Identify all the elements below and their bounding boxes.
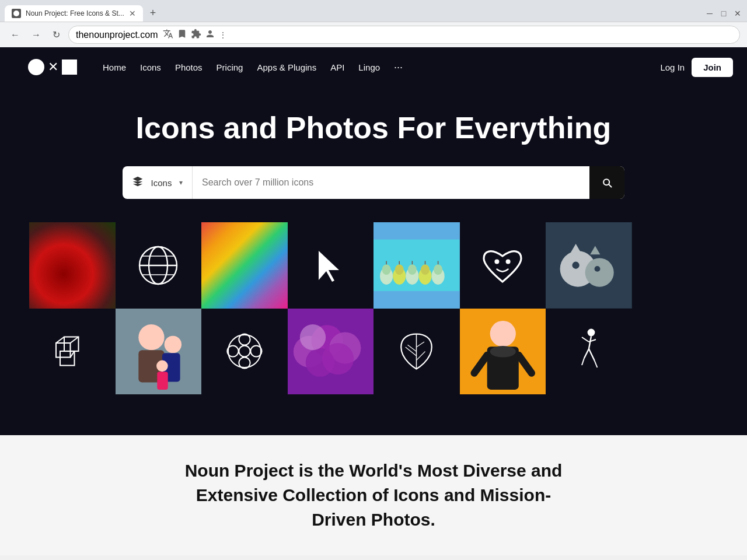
mosaic-cell-cherries	[29, 222, 116, 309]
svg-point-44	[228, 335, 261, 368]
svg-point-14	[408, 264, 417, 275]
mosaic-cell-3d-blocks	[29, 309, 116, 395]
svg-line-36	[70, 351, 74, 358]
search-type-label: Icons	[148, 178, 174, 188]
tab-close-button[interactable]: ✕	[129, 9, 136, 18]
cats-image	[546, 222, 632, 309]
logo-circle	[28, 59, 44, 75]
pears-image	[374, 222, 460, 309]
forward-button[interactable]: →	[28, 27, 44, 43]
maximize-button[interactable]: □	[719, 9, 728, 18]
back-button[interactable]: ←	[7, 27, 23, 43]
tab-title: Noun Project: Free Icons & St...	[26, 9, 124, 18]
svg-point-30	[595, 266, 601, 272]
cursor-icon	[316, 248, 345, 283]
svg-point-8	[382, 264, 391, 275]
nav-more-button[interactable]: ···	[394, 61, 403, 74]
translate-icon[interactable]	[163, 29, 173, 41]
login-button[interactable]: Log In	[660, 62, 685, 72]
nav-icons[interactable]: Icons	[140, 62, 161, 72]
nav-pricing[interactable]: Pricing	[217, 62, 243, 72]
nav-home[interactable]: Home	[103, 62, 126, 72]
globe-icon	[135, 242, 181, 289]
flowers-image	[288, 309, 374, 395]
mosaic-cell-family	[116, 309, 202, 395]
svg-point-56	[299, 324, 325, 350]
new-tab-button[interactable]: +	[145, 5, 161, 22]
mosaic-cell-leaf	[374, 309, 460, 395]
page-content: ✕ Home Icons Photos Pricing Apps & Plugi…	[0, 47, 747, 435]
logo-shapes: ✕	[28, 59, 77, 75]
bookmark-icon[interactable]	[177, 29, 187, 41]
nav-auth: Log In Join	[660, 58, 733, 77]
browser-title-bar: Noun Project: Free Icons & St... ✕ + ─ □…	[0, 0, 747, 22]
mosaic-cell-cursor	[288, 222, 374, 309]
svg-line-70	[582, 337, 589, 342]
mosaic-cell-pattern	[201, 309, 288, 395]
svg-point-48	[250, 346, 261, 357]
svg-point-23	[506, 259, 511, 264]
mosaic-cell-empty-2	[632, 309, 718, 395]
search-icon	[601, 177, 613, 188]
close-button[interactable]: ✕	[733, 9, 742, 18]
leaf-icon	[395, 330, 438, 373]
svg-point-46	[239, 358, 250, 369]
svg-line-72	[584, 349, 589, 358]
svg-point-47	[227, 346, 238, 357]
mosaic-cell-dancer	[546, 309, 632, 395]
woman-image	[460, 309, 546, 395]
mosaic-cell-globe	[116, 222, 202, 309]
search-input[interactable]	[193, 166, 589, 199]
svg-point-22	[495, 259, 500, 264]
svg-point-68	[587, 329, 595, 337]
nav-links: Home Icons Photos Pricing Apps & Plugins…	[103, 61, 403, 74]
browser-window: Noun Project: Free Icons & St... ✕ + ─ □…	[0, 0, 747, 47]
nav-apps[interactable]: Apps & Plugins	[257, 62, 316, 72]
svg-point-26	[585, 258, 614, 286]
svg-line-60	[408, 345, 417, 351]
extensions-icon[interactable]	[191, 29, 201, 41]
join-button[interactable]: Join	[692, 58, 733, 77]
mosaic-cell-cats	[546, 222, 632, 309]
svg-rect-31	[56, 343, 71, 358]
svg-point-17	[421, 264, 430, 275]
svg-line-75	[594, 360, 597, 368]
icons-type-icon	[132, 176, 144, 190]
svg-line-34	[56, 337, 64, 344]
address-text: thenounproject.com	[76, 30, 158, 40]
mosaic-row-1	[29, 222, 718, 309]
svg-point-65	[490, 345, 515, 357]
family-image	[116, 309, 202, 395]
address-bar-icons: ⋮	[163, 29, 227, 41]
svg-line-35	[70, 337, 78, 344]
mosaic-cell-flowers	[288, 309, 374, 395]
refresh-button[interactable]: ↻	[49, 27, 64, 43]
svg-line-58	[406, 347, 417, 356]
browser-tab[interactable]: Noun Project: Free Icons & St... ✕	[5, 5, 143, 22]
svg-point-42	[156, 360, 168, 372]
mosaic-cell-heart-face	[460, 222, 546, 309]
hero-section: Icons and Photos For Everything Icons ▾	[0, 87, 747, 435]
minimize-button[interactable]: ─	[705, 9, 714, 18]
search-button[interactable]	[589, 166, 624, 199]
bottom-section: Noun Project is the World's Most Diverse…	[0, 435, 747, 555]
mosaic-cell-empty-1	[632, 222, 718, 309]
search-type-dropdown[interactable]: Icons ▾	[123, 166, 193, 199]
menu-icon[interactable]: ⋮	[219, 30, 227, 40]
dropdown-arrow-icon: ▾	[179, 178, 183, 187]
svg-line-69	[589, 337, 591, 349]
profile-icon[interactable]	[205, 29, 215, 41]
nav-api[interactable]: API	[330, 62, 344, 72]
browser-toolbar: ← → ↻ thenounproject.com ⋮	[0, 22, 747, 47]
nav-lingo[interactable]: Lingo	[358, 62, 380, 72]
svg-rect-43	[157, 372, 167, 390]
logo-x: ✕	[48, 60, 58, 75]
svg-line-74	[582, 358, 584, 365]
mosaic-row-2	[29, 309, 718, 395]
nav-photos[interactable]: Photos	[175, 62, 203, 72]
address-bar[interactable]: thenounproject.com ⋮	[68, 26, 740, 44]
tab-favicon	[12, 9, 21, 18]
svg-line-61	[417, 342, 425, 347]
mosaic-cell-pears	[374, 222, 460, 309]
circular-pattern-icon	[221, 328, 268, 374]
